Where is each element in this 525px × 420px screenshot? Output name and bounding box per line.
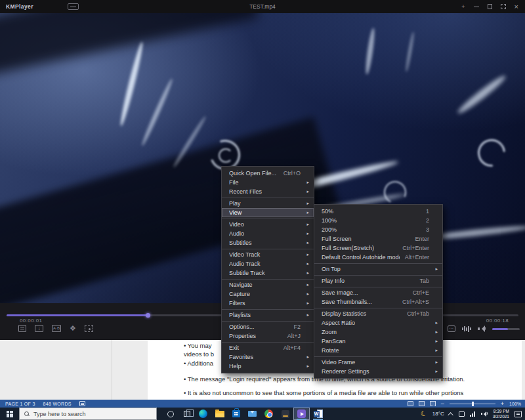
submenu-item[interactable]: Rotate [314, 346, 442, 355]
ab-repeat-icon[interactable]: A·B [52, 325, 61, 332]
submenu-item[interactable]: Zoom [314, 327, 442, 337]
weather-icon[interactable]: ☾ [419, 410, 428, 419]
taskbar-item-edge[interactable] [195, 408, 211, 420]
start-button[interactable] [0, 408, 19, 420]
taskbar: Type here to search W ☾ 18°C 8:39 PM 3/2… [0, 408, 525, 420]
menu-item-label: Quick Open File... [229, 170, 278, 177]
menu-item[interactable]: Subtitle Track [222, 268, 314, 278]
tray-expand-icon[interactable] [448, 412, 453, 417]
clock-date: 3/2/2021 [493, 414, 509, 419]
submenu-item[interactable]: Full Screen(Stretch) Ctrl+Enter [314, 243, 442, 253]
always-on-top-pin-icon[interactable]: + [461, 4, 465, 10]
taskbar-item-mail[interactable] [244, 408, 261, 420]
network-icon[interactable] [470, 411, 476, 417]
menu-item[interactable]: Play [222, 198, 314, 208]
read-mode-icon[interactable] [408, 401, 413, 406]
tablet-mode-icon[interactable] [459, 411, 465, 417]
zoom-level-label[interactable]: 100% [509, 402, 521, 406]
menu-item[interactable]: Recent Files [222, 187, 314, 196]
menu-item[interactable]: Audio Track [222, 259, 314, 268]
submenu-item[interactable]: Aspect Ratio [314, 318, 442, 327]
taskbar-item-cortana[interactable] [162, 408, 178, 420]
menu-item-label: Subtitles [229, 240, 301, 246]
menu-item[interactable]: Subtitles [222, 238, 314, 247]
submenu-item[interactable]: 200% 3 [314, 225, 442, 234]
zoom-in-button[interactable]: + [501, 402, 504, 406]
video-art [472, 133, 511, 172]
menu-item[interactable]: Options... F2 [222, 321, 314, 331]
submenu-arrow-icon [433, 360, 438, 365]
web-layout-icon[interactable] [430, 401, 436, 406]
submenu-item-shortcut: Tab [419, 278, 429, 284]
submenu-arrow-icon [304, 364, 309, 369]
submenu-item-label: 100% [322, 217, 421, 224]
submenu-item[interactable]: Default Control Autohide mode Alt+Enter [314, 253, 442, 262]
volume-slider[interactable] [492, 328, 520, 330]
menu-item[interactable]: Help [222, 362, 314, 371]
seek-bar-handle[interactable] [146, 313, 150, 318]
menu-item[interactable]: Navigate [222, 279, 314, 289]
equalizer-icon[interactable] [462, 326, 471, 332]
menu-item[interactable]: Video [222, 219, 314, 229]
restore-button[interactable] [488, 4, 492, 9]
frame-capture-icon[interactable] [85, 325, 93, 332]
volume-icon[interactable] [478, 326, 486, 332]
taskbar-item-chrome[interactable] [261, 408, 277, 420]
player-menu-button[interactable] [68, 3, 79, 10]
action-center-icon[interactable] [514, 411, 522, 417]
playlist-icon[interactable] [18, 325, 26, 332]
menu-item[interactable]: View [222, 208, 314, 217]
submenu-item-shortcut: Ctrl+E [413, 289, 429, 296]
menu-item[interactable]: File [222, 178, 314, 187]
download-icon[interactable]: ↓ [35, 325, 43, 332]
menu-item[interactable]: Video Track [222, 249, 314, 259]
word-icon: W [314, 410, 323, 418]
submenu-item[interactable]: 100% 2 [314, 216, 442, 225]
submenu-item[interactable]: 50% 1 [314, 207, 442, 216]
submenu-item[interactable]: Video Frame [314, 356, 442, 367]
submenu-item-label: Video Frame [322, 359, 429, 366]
submenu-item[interactable]: Save Thumbnails... Ctrl+Alt+S [314, 297, 442, 306]
print-layout-icon[interactable] [419, 401, 425, 406]
menu-item[interactable]: Playlists [222, 309, 314, 320]
submenu-item[interactable]: Full Screen Enter [314, 234, 442, 243]
minimize-button[interactable] [474, 7, 479, 7]
menu-item[interactable]: Filters [222, 299, 314, 308]
submenu-item[interactable]: Save Image... Ctrl+E [314, 287, 442, 297]
submenu-item[interactable]: Display Statistics Ctrl+Tab [314, 308, 442, 318]
duration-time: 00:00:18 [486, 318, 509, 324]
zoom-slider-thumb[interactable] [472, 402, 474, 406]
page-count-label[interactable]: PAGE 1 OF 3 [5, 402, 35, 406]
menu-item[interactable]: Quick Open File... Ctrl+O [222, 169, 314, 178]
menu-item[interactable]: Audio [222, 229, 314, 238]
taskbar-item-word[interactable]: W [310, 408, 326, 420]
taskbar-item-app[interactable] [277, 408, 293, 420]
menu-item[interactable]: Exit Alt+F4 [222, 342, 314, 352]
taskbar-item-store[interactable] [228, 408, 244, 420]
taskbar-search[interactable]: Type here to search [19, 408, 157, 420]
submenu-arrow-icon [304, 231, 309, 236]
menu-item[interactable]: Favorites [222, 352, 314, 362]
fullscreen-button[interactable] [501, 4, 506, 9]
close-button[interactable]: × [514, 3, 518, 10]
zoom-out-button[interactable]: – [441, 402, 444, 406]
submenu-item[interactable]: Renderer Settings [314, 367, 442, 376]
taskbar-item-task-view[interactable] [178, 408, 195, 420]
submenu-item[interactable]: On Top [314, 263, 442, 274]
taskbar-item-kmplayer[interactable] [293, 408, 310, 420]
menu-item[interactable]: Capture [222, 289, 314, 299]
subtitle-badge[interactable]: ··· [448, 326, 456, 332]
submenu-item[interactable]: Play Info Tab [314, 275, 442, 285]
taskbar-item-file-explorer[interactable] [211, 408, 228, 420]
proofing-icon[interactable] [79, 401, 85, 406]
menu-item-label: Capture [229, 291, 301, 297]
menu-item[interactable]: Properties Alt+J [222, 331, 314, 341]
submenu-item-label: Save Thumbnails... [322, 299, 397, 305]
temperature-label[interactable]: 18°C [432, 411, 444, 417]
3d-mode-icon[interactable]: ❖ [70, 325, 76, 332]
submenu-item[interactable]: PanScan [314, 337, 442, 346]
zoom-slider[interactable] [450, 404, 495, 404]
word-count-label[interactable]: 848 WORDS [43, 402, 72, 406]
speaker-icon[interactable] [481, 411, 488, 417]
clock[interactable]: 8:39 PM 3/2/2021 [493, 409, 509, 419]
